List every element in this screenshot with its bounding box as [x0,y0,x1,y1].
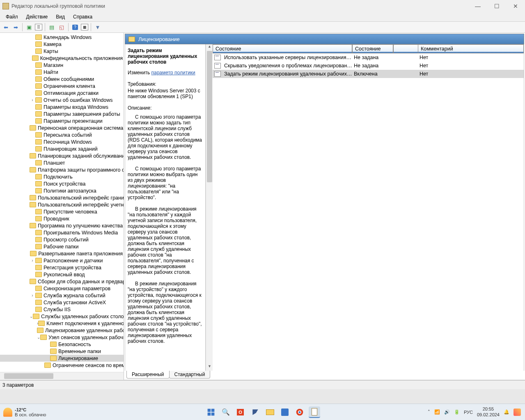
tree-item[interactable]: ⌄Узел сеансов удаленных рабочих [0,334,124,341]
tray-lang[interactable]: РУС [464,410,473,415]
tree-item[interactable]: Пользовательский интерфейс учетных [0,201,124,208]
tray-notifications-icon[interactable]: 🔔 [504,409,509,415]
tree-item[interactable]: Переносная операционная система [0,124,124,131]
tree-item[interactable]: Безопасность [0,341,124,348]
tree-item[interactable]: Найти [0,69,124,76]
menu-help[interactable]: Справка [69,13,96,21]
tree-item[interactable]: Поиск устройства [0,180,124,187]
tray-badge-icon[interactable] [514,409,521,416]
tray-battery-icon[interactable]: 🔋 [454,409,460,415]
desc-vscrollbar[interactable]: ▲▼ [206,44,213,371]
tree-item[interactable]: Камера [0,41,124,48]
tree-item[interactable]: ›Отчеты об ошибках Windows [0,96,124,103]
expand-icon[interactable]: › [30,98,35,102]
tree-item[interactable]: Программа по улучшению качества [0,222,124,229]
tree-item[interactable]: Ограничения клиента [0,83,124,90]
tree[interactable]: Календарь WindowsКамераКартыКонфиденциал… [0,33,124,372]
tree-item[interactable]: Рабочие папки [0,243,124,250]
tree-item[interactable]: Обмен сообщениями [0,76,124,83]
col-state[interactable]: Состояние [352,44,393,53]
tree-item[interactable]: Сборки для сбора данных и предварительны… [0,278,124,285]
collapse-icon[interactable]: ⌄ [30,314,33,319]
menu-view[interactable]: Вид [52,13,69,21]
tree-item[interactable]: Просмотр событий [0,236,124,243]
tray-network-icon[interactable]: 📶 [434,409,440,415]
col-spacer[interactable] [393,44,418,53]
tree-item[interactable]: Пользовательский интерфейс границ [0,194,124,201]
tree-item[interactable]: Планировщик заданий [0,145,124,152]
tree-hscrollbar[interactable] [0,372,124,379]
refresh-button[interactable]: ◱ [57,23,66,31]
back-button[interactable]: ⬅ [2,23,10,31]
close-button[interactable]: ✕ [506,0,525,12]
tree-item[interactable]: Присутствие человека [0,208,124,215]
tree-item[interactable]: Проводник [0,215,124,222]
tray-clock[interactable]: 20:55 09.02.2024 [477,406,500,417]
tree-item[interactable]: Магазин [0,62,124,69]
policy-row[interactable]: Использовать указанные серверы лицензиро… [213,53,524,62]
policy-row[interactable]: Задать режим лицензирования удаленных ра… [213,70,524,78]
tree-item[interactable]: Карты [0,48,124,55]
col-comment[interactable]: Комментарий [418,44,524,53]
tree-item[interactable]: Лицензирование [0,355,124,362]
menu-file[interactable]: Файл [2,13,22,21]
collapse-icon[interactable]: ⌄ [37,335,40,340]
tree-item[interactable]: Планировщик заданий обслуживания [0,152,124,159]
tree-item[interactable]: Пересылка событий [0,131,124,138]
search-button[interactable]: 🔍 [220,406,232,418]
tree-item[interactable]: Временные папки [0,348,124,355]
tree-item[interactable]: ›Служба журнала событий [0,292,124,299]
up-button[interactable]: ▣ [25,23,33,31]
export-button[interactable]: ▤ [48,23,56,31]
forward-button[interactable]: ➡ [11,23,20,31]
tray-chevron-icon[interactable]: ˄ [428,409,430,415]
expand-icon[interactable]: › [30,293,35,298]
minimize-button[interactable]: — [468,0,487,12]
taskbar-chrome[interactable] [294,406,305,418]
tree-item[interactable]: Подключить [0,173,124,180]
tree-item[interactable]: Развертывание пакета приложения [0,250,124,257]
menu-action[interactable]: Действие [22,13,52,21]
tray-volume-icon[interactable]: 🔊 [444,409,450,415]
tree-item[interactable]: ›Расположение и датчики [0,257,124,264]
tree-item[interactable]: Платформа защиты программного обеспечени… [0,166,124,173]
properties-button[interactable]: ▦ [81,24,88,30]
maximize-button[interactable]: ☐ [487,0,506,12]
show-hide-button[interactable]: ☰ [35,24,42,30]
start-button[interactable] [205,406,217,418]
tab-standard[interactable]: Стандартный [169,371,211,379]
tree-item[interactable]: Проигрыватель Windows Media [0,229,124,236]
weather-widget[interactable]: -12°C В осн. облачно [0,407,46,417]
tree-item[interactable]: Песочница Windows [0,138,124,145]
policy-row[interactable]: Скрывать уведомления о проблемах лицензи… [213,62,524,70]
help-button[interactable]: ? [71,23,79,31]
taskbar-store[interactable] [279,406,291,418]
tree-item[interactable]: Ограничение сеансов по времени [0,362,124,369]
tree-item[interactable]: Календарь Windows [0,34,124,41]
col-name[interactable]: Состояние [213,44,352,53]
tree-item[interactable]: Конфиденциальность приложения [0,55,124,62]
tree-item[interactable]: Оптимизация доставки [0,90,124,96]
tree-item[interactable]: Параметры завершения работы [0,110,124,117]
tree-item[interactable]: Регистрация устройства [0,264,124,271]
tree-item[interactable]: Лицензирование удаленных рабочих [0,327,124,334]
tree-item[interactable]: Рукописный ввод [0,271,124,278]
tree-item[interactable]: ›Клиент подключения к удаленному [0,320,124,327]
tab-extended[interactable]: Расширенный [126,371,170,379]
tree-item[interactable]: Синхронизация параметров [0,285,124,292]
tree-item[interactable]: Политики автозапуска [0,187,124,194]
tree-item[interactable]: Планшет [0,159,124,166]
taskbar-explorer[interactable] [264,406,276,418]
policy-comment: Нет [418,63,524,69]
taskbar-app-2[interactable] [250,406,261,418]
tree-item[interactable]: Служба установки ActiveX [0,299,124,306]
expand-icon[interactable]: › [30,258,35,263]
filter-button[interactable]: ▼ [94,23,102,31]
taskbar-app-1[interactable]: O [235,406,246,418]
tree-item[interactable]: Службы IIS [0,306,124,313]
tree-item[interactable]: Параметры входа Windows [0,103,124,110]
tree-item[interactable]: Параметры презентации [0,117,124,124]
taskbar-gpedit[interactable] [309,406,320,418]
edit-policy-link[interactable]: параметр политики [151,70,195,76]
tree-item[interactable]: ⌄Службы удаленных рабочих столов [0,313,124,320]
